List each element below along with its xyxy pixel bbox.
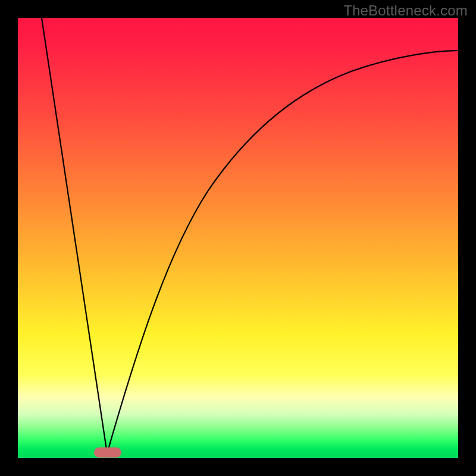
plot-area	[18, 18, 458, 458]
min-marker	[94, 447, 121, 458]
curve-left-segment	[42, 18, 107, 453]
curve-layer	[18, 18, 458, 458]
chart-frame: TheBottleneck.com	[0, 0, 476, 476]
curve-right-segment	[107, 51, 458, 453]
watermark-text: TheBottleneck.com	[343, 2, 468, 19]
